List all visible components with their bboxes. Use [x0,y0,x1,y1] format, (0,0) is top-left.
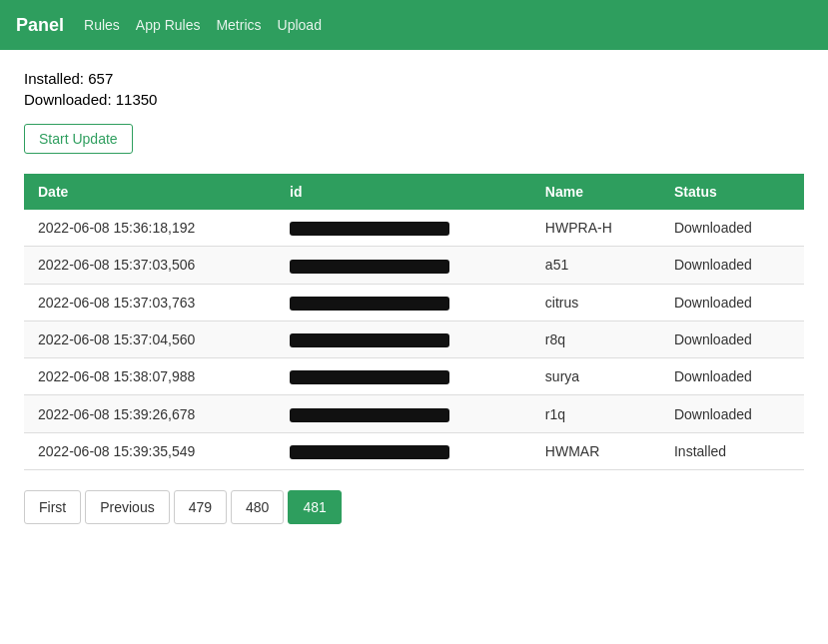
cell-name: surya [531,358,660,395]
cell-date: 2022-06-08 15:39:35,549 [24,432,276,469]
start-update-button[interactable]: Start Update [24,124,133,154]
table-row: 2022-06-08 15:36:18,192HWPRA-HDownloaded [24,210,804,247]
cell-id [276,395,531,432]
cell-status: Downloaded [660,358,804,395]
cell-date: 2022-06-08 15:37:04,560 [24,321,276,357]
pagination: First Previous 479 480 481 [24,490,804,524]
cell-id [276,284,531,321]
cell-date: 2022-06-08 15:39:26,678 [24,395,276,432]
cell-status: Downloaded [660,395,804,432]
col-status: Status [660,174,804,210]
redacted-id [290,260,449,274]
col-date: Date [24,174,276,210]
table-body: 2022-06-08 15:36:18,192HWPRA-HDownloaded… [24,210,804,470]
cell-name: r1q [531,395,660,432]
page-481[interactable]: 481 [288,490,341,524]
downloaded-stat: Downloaded: 11350 [24,91,804,108]
first-button[interactable]: First [24,490,81,524]
redacted-id [290,222,449,236]
stats-section: Installed: 657 Downloaded: 11350 [24,70,804,108]
table-row: 2022-06-08 15:37:03,506a51Downloaded [24,247,804,284]
cell-date: 2022-06-08 15:36:18,192 [24,210,276,247]
table-row: 2022-06-08 15:37:03,763citrusDownloaded [24,284,804,321]
page-480[interactable]: 480 [231,490,284,524]
page-479[interactable]: 479 [174,490,227,524]
table-header: Date id Name Status [24,174,804,210]
cell-status: Downloaded [660,210,804,247]
nav-upload[interactable]: Upload [278,17,322,33]
cell-status: Downloaded [660,321,804,357]
cell-id [276,432,531,469]
cell-id [276,210,531,247]
table-row: 2022-06-08 15:39:26,678r1qDownloaded [24,395,804,432]
cell-name: r8q [531,321,660,357]
installed-stat: Installed: 657 [24,70,804,87]
cell-id [276,321,531,357]
redacted-id [290,445,449,459]
col-id: id [276,174,531,210]
redacted-id [290,333,449,347]
col-name: Name [531,174,660,210]
cell-name: HWMAR [531,432,660,469]
cell-name: HWPRA-H [531,210,660,247]
nav-app-rules[interactable]: App Rules [136,17,201,33]
redacted-id [290,370,449,384]
table-row: 2022-06-08 15:37:04,560r8qDownloaded [24,321,804,357]
cell-id [276,247,531,284]
table-row: 2022-06-08 15:39:35,549HWMARInstalled [24,432,804,469]
redacted-id [290,408,449,422]
installed-value: 657 [88,70,113,87]
navbar-brand: Panel [16,15,64,36]
main-content: Installed: 657 Downloaded: 11350 Start U… [0,50,828,644]
data-table: Date id Name Status 2022-06-08 15:36:18,… [24,174,804,470]
cell-status: Installed [660,432,804,469]
previous-button[interactable]: Previous [85,490,169,524]
cell-status: Downloaded [660,284,804,321]
downloaded-value: 11350 [116,91,158,108]
cell-date: 2022-06-08 15:38:07,988 [24,358,276,395]
cell-id [276,358,531,395]
cell-name: citrus [531,284,660,321]
cell-status: Downloaded [660,247,804,284]
navbar: Panel Rules App Rules Metrics Upload [0,0,828,50]
cell-date: 2022-06-08 15:37:03,763 [24,284,276,321]
redacted-id [290,297,449,311]
cell-date: 2022-06-08 15:37:03,506 [24,247,276,284]
nav-rules[interactable]: Rules [84,17,120,33]
nav-metrics[interactable]: Metrics [216,17,261,33]
table-row: 2022-06-08 15:38:07,988suryaDownloaded [24,358,804,395]
cell-name: a51 [531,247,660,284]
